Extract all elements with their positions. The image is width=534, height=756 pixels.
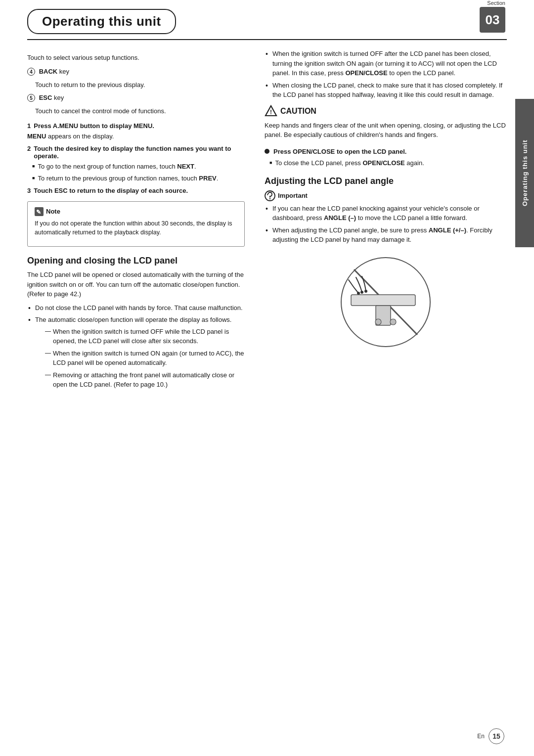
- back-key-text: key: [59, 68, 69, 75]
- right-column: When the ignition switch is turned OFF a…: [260, 49, 507, 394]
- press-close-text: To close the LCD panel, press OPEN/CLOSE…: [275, 158, 424, 168]
- section-number: 03: [480, 7, 505, 33]
- step1-desc: MENU appears on the display.: [27, 132, 245, 141]
- caution-body: Keep hands and fingers clear of the unit…: [265, 121, 507, 140]
- square-bullet-1: ■: [32, 163, 35, 170]
- step2-next-text: To go to the next group of function name…: [38, 162, 196, 172]
- page-number: 15: [489, 728, 504, 744]
- press-heading: Press OPEN/CLOSE to open the LCD panel.: [273, 147, 406, 157]
- step2-heading-wrapper: 2 Touch the desired key to display the f…: [27, 145, 245, 160]
- step3-num: 3: [27, 187, 31, 194]
- page-footer: En 15: [477, 728, 504, 744]
- dash1: When the ignition switch is turned OFF w…: [45, 327, 245, 346]
- note-box: Note If you do not operate the function …: [27, 201, 245, 247]
- lcd-diagram: [265, 253, 507, 352]
- note-body: If you do not operate the function withi…: [35, 219, 237, 238]
- side-tab: Operating this unit: [515, 99, 534, 247]
- press-open-close-item: Press OPEN/CLOSE to open the LCD panel.: [265, 147, 507, 157]
- circle-4: 4: [27, 68, 35, 76]
- adjust-heading: Adjusting the LCD panel angle: [265, 176, 507, 186]
- svg-rect-6: [351, 295, 415, 306]
- dash-sub-list: When the ignition switch is turned OFF w…: [35, 327, 245, 390]
- svg-point-9: [390, 319, 396, 325]
- important-title-text: Important: [278, 192, 308, 199]
- step2-title: Touch the desired key to display the fun…: [34, 145, 245, 160]
- intro-text: Touch to select various setup functions.: [27, 53, 245, 63]
- right-bullets: When the ignition switch is turned OFF a…: [265, 49, 507, 100]
- step2-next-item: ■ To go to the next group of function na…: [32, 162, 245, 172]
- important-bullet1: If you can hear the LCD panel knocking a…: [265, 204, 507, 223]
- step1-heading-wrapper: 1 Press A.MENU button to display MENU.: [27, 122, 245, 130]
- note-icon: [35, 207, 44, 216]
- step3-heading-wrapper: 3 Touch ESC to return to the display of …: [27, 187, 245, 194]
- press-close-item: ■ To close the LCD panel, press OPEN/CLO…: [269, 158, 507, 168]
- esc-key-desc: Touch to cancel the control mode of func…: [27, 106, 245, 116]
- step1-title: Press A.MENU button to display MENU.: [34, 122, 154, 130]
- svg-point-3: [269, 198, 270, 199]
- main-content: Touch to select various setup functions.…: [0, 40, 534, 394]
- caution-title-text: CAUTION: [280, 107, 316, 116]
- bullet-auto-close: The automatic close/open function will o…: [27, 315, 245, 390]
- step3-title: Touch ESC to return to the display of ea…: [34, 187, 188, 194]
- section-label: Section: [487, 0, 505, 6]
- caution-box: ! CAUTION Keep hands and fingers clear o…: [265, 105, 507, 140]
- step2-prev-item: ■ To return to the previous group of fun…: [32, 174, 245, 183]
- back-key-desc: Touch to return to the previous display.: [27, 80, 245, 90]
- lcd-bullet-list: Do not close the LCD panel with hands by…: [27, 303, 245, 390]
- page-wrapper: Operating this unit Section 03 Operating…: [0, 0, 534, 756]
- step1-num: 1: [27, 122, 31, 130]
- right-bullet-closing: When closing the LCD panel, check to mak…: [265, 81, 507, 100]
- esc-key-label: ESC: [39, 94, 52, 101]
- step2-prev-text: To return to the previous group of funct…: [38, 174, 218, 183]
- page-title: Operating this unit: [27, 9, 176, 34]
- right-bullet-ignition: When the ignition switch is turned OFF a…: [265, 49, 507, 78]
- opening-closing-heading: Opening and closing the LCD panel: [27, 256, 245, 266]
- caution-title-row: ! CAUTION: [265, 105, 507, 118]
- note-title-text: Note: [46, 207, 60, 217]
- important-icon: [265, 190, 275, 201]
- left-column: Touch to select various setup functions.…: [27, 49, 260, 394]
- esc-key-text: key: [54, 94, 64, 101]
- footer-en-label: En: [477, 733, 485, 740]
- svg-point-12: [364, 290, 367, 293]
- lcd-diagram-svg: [321, 253, 450, 352]
- dash3: Removing or attaching the front panel wi…: [45, 370, 245, 390]
- important-bullet2: When adjusting the LCD panel angle, be s…: [265, 225, 507, 245]
- esc-key-item: 5 ESC key: [27, 93, 245, 103]
- lcd-panel-desc: The LCD panel will be opened or closed a…: [27, 270, 245, 299]
- section-badge: Section 03: [480, 0, 505, 33]
- circle-5: 5: [27, 94, 35, 102]
- step1-menu-bold: MENU: [27, 133, 46, 140]
- square-bullet-press: ■: [269, 160, 272, 167]
- step2-num: 2: [27, 145, 31, 152]
- important-bullets: If you can hear the LCD panel knocking a…: [265, 204, 507, 245]
- caution-icon: !: [265, 105, 277, 118]
- important-box: Important If you can hear the LCD panel …: [265, 190, 507, 245]
- back-key-item: 4 BACK key: [27, 67, 245, 77]
- dash2: When the ignition switch is turned ON ag…: [45, 349, 245, 368]
- press-bullet-dot: [265, 149, 269, 154]
- svg-point-11: [360, 291, 363, 294]
- note-title-row: Note: [35, 207, 237, 217]
- square-bullet-2: ■: [32, 175, 35, 182]
- page-header: Operating this unit Section 03: [0, 0, 534, 34]
- svg-point-8: [375, 319, 381, 325]
- important-title-row: Important: [265, 190, 507, 201]
- svg-text:!: !: [270, 109, 272, 116]
- step1-desc-end: appears on the display.: [48, 133, 114, 140]
- svg-point-10: [357, 292, 360, 295]
- back-key-label: BACK: [39, 68, 58, 75]
- bullet-no-close: Do not close the LCD panel with hands by…: [27, 303, 245, 313]
